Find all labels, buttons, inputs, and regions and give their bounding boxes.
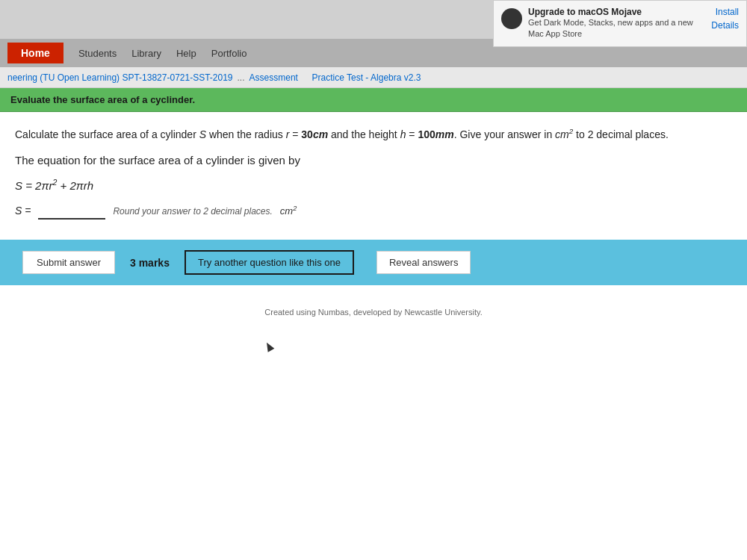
answer-unit: cm2 <box>280 203 297 220</box>
cursor-arrow <box>264 340 275 352</box>
notification-text: Upgrade to macOS Mojave Get Dark Mode, S… <box>528 7 705 40</box>
equals-h: = <box>409 128 418 140</box>
answer-input[interactable] <box>38 203 105 220</box>
try-another-button[interactable]: Try another question like this one <box>185 250 354 275</box>
marks-label: 3 marks <box>130 257 170 269</box>
nav-links: Students Library Help Portfolio <box>78 48 247 59</box>
radius-value: 30cm <box>301 128 328 140</box>
breadcrumb-sep2 <box>303 72 308 83</box>
answer-row: S = Round your answer to 2 decimal place… <box>15 202 732 220</box>
breadcrumb-practice[interactable]: Practice Test - Algebra v2.3 <box>312 72 421 83</box>
action-bar: Submit answer 3 marks Try another questi… <box>0 240 747 285</box>
equals-sign: = <box>292 128 301 140</box>
details-button[interactable]: Details <box>711 20 739 31</box>
nav-library[interactable]: Library <box>131 48 161 59</box>
var-h: h <box>400 128 406 140</box>
equation-intro: The equation for the surface area of a c… <box>15 151 732 170</box>
cursor-area <box>265 342 273 351</box>
breadcrumb-sep1: ... <box>238 72 245 83</box>
unit-cm2: cm2 <box>555 128 573 140</box>
notification-actions: Install Details <box>711 7 739 31</box>
equation-display: S = 2πr2 + 2πrh <box>15 176 732 196</box>
install-button[interactable]: Install <box>711 7 739 17</box>
reveal-answers-button[interactable]: Reveal answers <box>376 251 471 274</box>
nav-students[interactable]: Students <box>78 48 117 59</box>
breadcrumb: neering (TU Open Learning) SPT-13827-072… <box>0 67 747 88</box>
notification-title: Upgrade to macOS Mojave <box>528 7 705 17</box>
equation-math: S = 2πr2 + 2πrh <box>15 179 93 192</box>
var-S: S <box>199 128 206 140</box>
breadcrumb-assessment[interactable]: Assessment <box>249 72 298 83</box>
footer-text: Created using Numbas, developed by Newca… <box>264 308 482 317</box>
notification-icon <box>501 8 522 29</box>
nav-portfolio[interactable]: Portfolio <box>211 48 247 59</box>
question-body: Calculate the surface area of a cylinder… <box>0 112 747 228</box>
answer-hint: Round your answer to 2 decimal places. <box>113 204 272 219</box>
main-question: Calculate the surface area of a cylinder… <box>15 125 732 143</box>
notification-subtitle: Get Dark Mode, Stacks, new apps and a ne… <box>528 17 705 40</box>
home-button[interactable]: Home <box>7 43 63 63</box>
question-header-text: Evaluate the surface area of a cyclinder… <box>10 94 195 105</box>
breadcrumb-course[interactable]: neering (TU Open Learning) SPT-13827-072… <box>7 72 233 83</box>
answer-s-label: S = <box>15 202 31 220</box>
submit-button[interactable]: Submit answer <box>22 251 115 274</box>
notification-bar: Upgrade to macOS Mojave Get Dark Mode, S… <box>493 0 747 47</box>
nav-help[interactable]: Help <box>176 48 196 59</box>
height-value: 100mm <box>418 128 453 140</box>
main-content: Evaluate the surface area of a cyclinder… <box>0 88 747 560</box>
question-header: Evaluate the surface area of a cyclinder… <box>0 88 747 112</box>
footer: Created using Numbas, developed by Newca… <box>0 285 747 324</box>
var-r: r <box>286 128 290 140</box>
